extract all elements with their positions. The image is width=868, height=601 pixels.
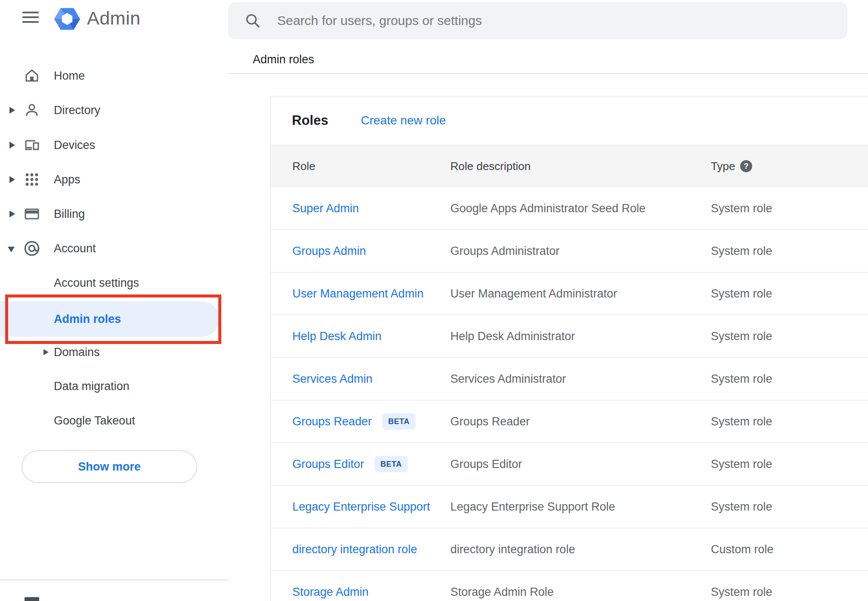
role-link[interactable]: Storage Admin [292,586,369,599]
sidebar-item-billing[interactable]: Billing [0,197,228,231]
show-more-button[interactable]: Show more [22,450,197,483]
role-description: Help Desk Administrator [450,330,575,343]
role-type: System role [711,372,772,386]
sidebar-item-label: Directory [54,93,100,127]
devices-icon [24,137,40,153]
chevron-right-icon[interactable] [9,176,15,183]
sidebar-item-devices[interactable]: Devices [0,128,228,162]
role-description: Storage Admin Role [450,586,554,599]
role-type: System role [711,330,772,343]
role-description: User Management Administrator [450,287,617,300]
role-link[interactable]: Groups Admin [292,245,366,258]
brand-title: Admin [87,4,140,32]
role-description: Groups Editor [450,458,522,471]
sidebar-item-label: Data migration [54,369,130,403]
role-link[interactable]: directory integration role [292,543,417,556]
role-description: Services Administrator [450,372,566,386]
role-link[interactable]: Super Admin [292,202,359,215]
table-row: Help Desk Admin Help Desk Administrator … [271,315,868,358]
role-link[interactable]: Groups Reader [292,415,372,428]
sidebar-item-label: Domains [54,335,100,369]
admin-logo-icon[interactable] [54,6,80,31]
divider [228,73,868,74]
roles-card-header: Roles Create new role [271,96,868,145]
breadcrumb: Admin roles [253,51,314,68]
at-sign-icon [23,240,40,257]
role-link[interactable]: Groups Editor [292,458,364,471]
table-row: Groups Editor BETA Groups Editor System … [271,443,868,486]
sidebar-item-label: Billing [54,197,85,231]
sidebar-item-account[interactable]: Account [0,231,228,266]
role-type: System role [711,287,772,300]
search-placeholder: Search for users, groups or settings [277,2,482,39]
person-icon [24,102,40,118]
roles-card: Roles Create new role Role Role descript… [270,96,868,601]
sidebar-item-account-settings[interactable]: Account settings [0,266,228,300]
sidebar-item-label: Google Takeout [54,403,135,438]
create-new-role-link[interactable]: Create new role [361,96,446,145]
menu-icon[interactable] [22,12,39,23]
role-link[interactable]: Services Admin [292,372,372,386]
role-link[interactable]: User Management Admin [292,287,424,300]
table-row: Storage Admin Storage Admin Role System … [271,571,868,601]
table-row: directory integration role directory int… [271,528,868,571]
roles-table-body: Super Admin Google Apps Administrator Se… [271,187,868,601]
role-type: System role [711,458,772,471]
column-header-type: Type [711,145,735,187]
sidebar: Admin Home Directory Devices [0,0,228,601]
sidebar-item-label: Home [54,59,85,93]
chevron-down-icon[interactable] [8,247,15,252]
role-description: directory integration role [450,543,575,556]
role-description: Groups Administrator [450,245,560,258]
role-type: System role [711,500,772,514]
sidebar-item-google-takeout[interactable]: Google Takeout [0,403,228,438]
sidebar-item-label: Account settings [54,266,139,300]
role-type: System role [711,202,772,215]
table-row: Groups Reader BETA Groups Reader System … [271,400,868,443]
chevron-right-icon[interactable] [43,349,49,355]
role-type: System role [711,415,772,428]
sidebar-item-label: Account [54,231,96,266]
column-header-role: Role [292,145,315,187]
column-header-description: Role description [450,145,530,187]
table-row: Super Admin Google Apps Administrator Se… [271,187,868,230]
table-header-row: Role Role description Type ? [271,145,868,188]
sidebar-item-apps[interactable]: Apps [0,162,228,197]
clipped-bottom-icon [25,597,39,601]
role-link[interactable]: Legacy Enterprise Support [292,500,430,514]
chevron-right-icon[interactable] [9,142,15,149]
help-icon[interactable]: ? [740,160,752,172]
sidebar-item-label: Devices [54,128,95,162]
role-description: Google Apps Administrator Seed Role [450,202,645,215]
role-type: System role [711,245,772,258]
search-input[interactable]: Search for users, groups or settings [228,2,847,39]
role-link[interactable]: Help Desk Admin [292,330,381,343]
search-icon [245,12,261,29]
beta-badge: BETA [382,413,416,430]
sidebar-item-label: Admin roles [54,301,121,337]
chevron-right-icon[interactable] [9,211,15,217]
sidebar-divider [0,579,228,580]
credit-card-icon [24,206,40,222]
home-icon [24,68,40,84]
sidebar-item-home[interactable]: Home [0,59,228,93]
role-type: Custom role [711,543,774,556]
sidebar-item-admin-roles[interactable]: Admin roles [0,301,220,337]
role-description: Legacy Enterprise Support Role [450,500,615,514]
card-title: Roles [292,96,328,145]
sidebar-item-domains[interactable]: Domains [0,335,228,369]
table-row: Groups Admin Groups Administrator System… [271,230,868,273]
sidebar-item-label: Apps [54,162,81,197]
beta-badge: BETA [375,456,408,472]
chevron-right-icon[interactable] [9,107,15,114]
role-description: Groups Reader [450,415,530,428]
sidebar-item-data-migration[interactable]: Data migration [0,369,228,403]
sidebar-item-directory[interactable]: Directory [0,93,228,127]
table-row: Services Admin Services Administrator Sy… [271,358,868,400]
role-type: System role [711,586,772,599]
table-row: User Management Admin User Management Ad… [271,273,868,315]
table-row: Legacy Enterprise Support Legacy Enterpr… [271,486,868,528]
apps-grid-icon [24,172,40,187]
